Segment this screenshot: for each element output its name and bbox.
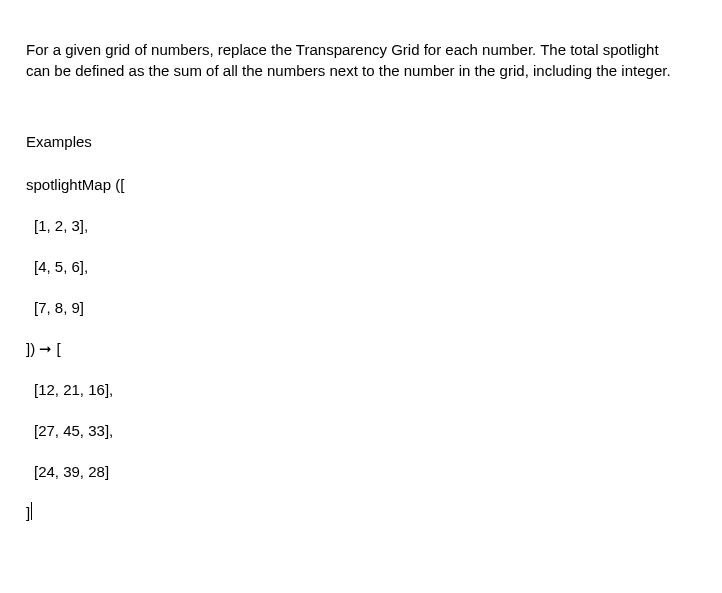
text-cursor: ]	[26, 502, 30, 523]
intro-paragraph: For a given grid of numbers, replace the…	[26, 39, 686, 81]
code-line-arrow: ]) ➞ [	[26, 338, 698, 359]
code-line-input-row2: [4, 5, 6],	[26, 256, 698, 277]
examples-heading: Examples	[26, 131, 698, 152]
code-line-function-open: spotlightMap ([	[26, 174, 698, 195]
code-line-output-row2: [27, 45, 33],	[26, 420, 698, 441]
code-line-output-row3: [24, 39, 28]	[26, 461, 698, 482]
code-line-output-row1: [12, 21, 16],	[26, 379, 698, 400]
code-line-input-row1: [1, 2, 3],	[26, 215, 698, 236]
code-line-close: ]	[26, 502, 698, 523]
code-line-input-row3: [7, 8, 9]	[26, 297, 698, 318]
